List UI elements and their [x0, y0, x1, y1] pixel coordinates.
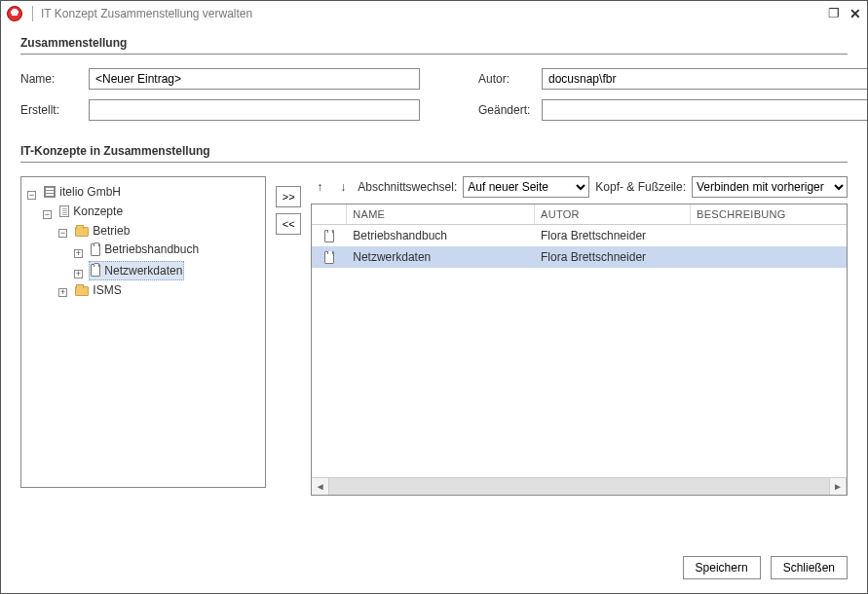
name-input[interactable]: [89, 68, 420, 90]
tree-node-concepts[interactable]: Konzepte: [57, 203, 125, 220]
col-desc[interactable]: BESCHREIBUNG: [691, 204, 847, 224]
clipboard-icon: [91, 264, 100, 277]
modified-input[interactable]: [542, 99, 868, 121]
table-header: NAME AUTOR BESCHREIBUNG: [312, 204, 847, 225]
concept-tree[interactable]: − itelio GmbH − Konzepte: [20, 176, 266, 488]
scroll-track[interactable]: [329, 478, 829, 495]
close-button[interactable]: Schließen: [771, 556, 848, 579]
section-break-label: Abschnittswechsel:: [358, 180, 457, 194]
tree-node-handbuch[interactable]: Betriebshandbuch: [89, 241, 201, 258]
cell-author: Flora Brettschneider: [535, 229, 691, 242]
author-label: Autor:: [478, 72, 542, 86]
table-row[interactable]: BetriebshandbuchFlora Brettschneider: [312, 225, 847, 246]
move-up-icon[interactable]: ↑: [311, 178, 328, 196]
close-icon[interactable]: ✕: [849, 6, 861, 21]
tree-toggle[interactable]: +: [58, 288, 67, 297]
cell-name: Netzwerkdaten: [347, 250, 535, 264]
horizontal-scrollbar[interactable]: ◄ ►: [312, 477, 847, 495]
section-compilation-header: Zusammenstellung: [20, 36, 848, 55]
section-break-select[interactable]: Auf neuer Seite: [463, 176, 589, 198]
move-down-icon[interactable]: ↓: [334, 178, 352, 196]
header-footer-select[interactable]: Verbinden mit vorheriger: [692, 176, 848, 198]
maximize-icon[interactable]: ❐: [828, 6, 840, 21]
table-body: BetriebshandbuchFlora BrettschneiderNetz…: [312, 225, 847, 477]
clipboard-icon: [324, 230, 334, 242]
created-label: Erstellt:: [20, 103, 89, 117]
clipboard-icon: [324, 251, 334, 264]
add-button[interactable]: >>: [276, 186, 301, 207]
folder-icon: [75, 227, 89, 237]
tree-node-root[interactable]: itelio GmbH: [42, 183, 123, 201]
table-toolbar: ↑ ↓ Abschnittswechsel: Auf neuer Seite K…: [311, 176, 848, 198]
tree-label: Betrieb: [93, 222, 130, 240]
app-icon: [7, 6, 22, 21]
title-divider: [32, 6, 33, 21]
remove-button[interactable]: <<: [276, 213, 301, 235]
name-label: Name:: [20, 72, 89, 86]
folder-icon: [75, 286, 89, 296]
tree-label: Betriebshandbuch: [104, 241, 199, 258]
tree-toggle[interactable]: −: [58, 229, 67, 238]
form-grid: Name: Autor: Erstellt: Geändert:: [20, 68, 848, 121]
header-footer-label: Kopf- & Fußzeile:: [595, 180, 686, 194]
cell-author: Flora Brettschneider: [535, 250, 691, 264]
created-input[interactable]: [89, 99, 420, 121]
tree-label: Netzwerkdaten: [104, 262, 182, 279]
tree-label: Konzepte: [73, 203, 123, 220]
tree-label: ISMS: [93, 281, 121, 299]
tree-node-betrieb[interactable]: Betrieb: [73, 222, 132, 240]
table-row[interactable]: NetzwerkdatenFlora Brettschneider: [312, 246, 847, 268]
concepts-table: NAME AUTOR BESCHREIBUNG Betriebshandbuch…: [311, 204, 848, 496]
clipboard-icon: [91, 243, 100, 256]
tree-node-isms[interactable]: ISMS: [73, 281, 123, 299]
col-author[interactable]: AUTOR: [535, 204, 691, 224]
tree-toggle[interactable]: +: [74, 270, 83, 278]
document-icon: [59, 205, 69, 217]
tree-toggle[interactable]: −: [43, 210, 52, 219]
tree-toggle[interactable]: +: [74, 249, 83, 258]
col-name[interactable]: NAME: [347, 204, 535, 224]
tree-label: itelio GmbH: [59, 183, 121, 201]
author-input[interactable]: [542, 68, 868, 90]
modified-label: Geändert:: [478, 103, 542, 117]
save-button[interactable]: Speichern: [683, 556, 761, 579]
titlebar: IT Konzept Zusammenstellung verwalten ❐ …: [1, 1, 867, 26]
tree-toggle[interactable]: −: [27, 191, 36, 200]
tree-node-netz[interactable]: Netzwerkdaten: [89, 261, 184, 280]
section-concepts-header: IT-Konzepte in Zusammenstellung: [20, 144, 848, 163]
scroll-right-icon[interactable]: ►: [829, 478, 847, 495]
window-title: IT Konzept Zusammenstellung verwalten: [41, 7, 828, 20]
scroll-left-icon[interactable]: ◄: [312, 478, 329, 495]
building-icon: [44, 186, 56, 198]
cell-name: Betriebshandbuch: [347, 229, 535, 242]
